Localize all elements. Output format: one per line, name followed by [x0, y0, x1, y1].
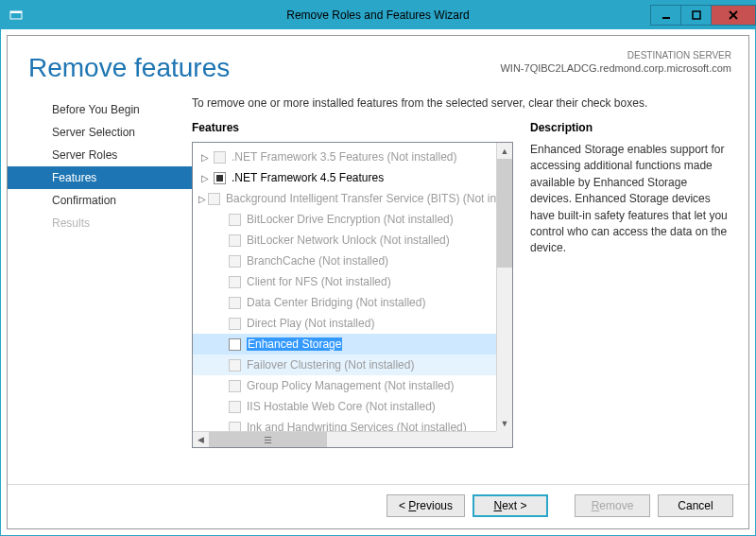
feature-label: BitLocker Drive Encryption (Not installe… [247, 213, 454, 226]
feature-checkbox [229, 255, 241, 268]
wizard-nav: Before You BeginServer SelectionServer R… [8, 96, 192, 484]
feature-label: .NET Framework 4.5 Features [232, 171, 384, 184]
titlebar: Remove Roles and Features Wizard [1, 1, 755, 29]
features-scroll: ▷.NET Framework 3.5 Features (Not instal… [193, 143, 512, 447]
feature-label: BitLocker Network Unlock (Not installed) [247, 233, 450, 247]
scroll-corner [496, 431, 512, 447]
feature-label: .NET Framework 3.5 Features (Not install… [232, 150, 457, 164]
nav-item-before-you-begin[interactable]: Before You Begin [8, 98, 192, 121]
expander-icon[interactable]: ▷ [198, 152, 212, 163]
feature-label: Failover Clustering (Not installed) [247, 358, 414, 372]
page-title: Remove features [28, 53, 230, 83]
previous-button[interactable]: < Previous [387, 494, 465, 517]
scroll-left-icon[interactable]: ◀ [193, 432, 209, 447]
body-row: Before You BeginServer SelectionServer R… [8, 83, 748, 484]
feature-row[interactable]: BitLocker Network Unlock (Not installed) [193, 230, 512, 251]
svg-rect-3 [693, 11, 700, 19]
feature-checkbox [214, 151, 226, 164]
feature-checkbox [229, 359, 241, 372]
maximize-button[interactable] [680, 5, 712, 26]
feature-label: Direct Play (Not installed) [247, 317, 374, 330]
feature-row[interactable]: BitLocker Drive Encryption (Not installe… [193, 209, 512, 230]
feature-label: Enhanced Storage [247, 337, 342, 351]
hscroll-thumb[interactable]: ☰ [209, 432, 327, 447]
feature-checkbox[interactable] [214, 172, 226, 184]
nav-item-features[interactable]: Features [8, 166, 192, 189]
features-heading: Features [192, 121, 513, 134]
feature-label: IIS Hostable Web Core (Not installed) [247, 400, 436, 413]
vertical-scrollbar[interactable]: ▲ ▼ [496, 143, 512, 431]
feature-row[interactable]: ▷.NET Framework 3.5 Features (Not instal… [193, 147, 512, 167]
feature-checkbox [229, 297, 241, 309]
feature-label: Group Policy Management (Not installed) [247, 379, 454, 392]
feature-checkbox [208, 193, 220, 205]
feature-row[interactable]: IIS Hostable Web Core (Not installed) [193, 396, 512, 417]
vscroll-thumb[interactable] [497, 159, 512, 268]
feature-checkbox [229, 318, 241, 330]
description-text: Enhanced Storage enables support for acc… [530, 142, 731, 257]
next-button[interactable]: Next > [472, 494, 548, 517]
features-listbox[interactable]: ▷.NET Framework 3.5 Features (Not instal… [192, 142, 513, 448]
wizard-window: Remove Roles and Features Wizard Remove … [0, 0, 756, 536]
nav-item-server-roles[interactable]: Server Roles [8, 144, 192, 166]
description-heading: Description [530, 121, 731, 134]
feature-row[interactable]: Failover Clustering (Not installed) [193, 354, 512, 375]
feature-row[interactable]: ▷.NET Framework 4.5 Features [193, 167, 512, 188]
feature-row[interactable]: BranchCache (Not installed) [193, 251, 512, 271]
expander-icon[interactable]: ▷ [198, 173, 212, 183]
feature-label: BranchCache (Not installed) [247, 254, 388, 268]
feature-row[interactable]: Direct Play (Not installed) [193, 313, 512, 334]
content-panel: Remove features DESTINATION SERVER WIN-7… [7, 35, 749, 529]
main-panel: To remove one or more installed features… [192, 96, 731, 484]
feature-row[interactable]: Data Center Bridging (Not installed) [193, 292, 512, 313]
scroll-up-icon[interactable]: ▲ [497, 143, 512, 159]
cancel-button[interactable]: Cancel [658, 494, 733, 517]
expander-icon[interactable]: ▷ [198, 194, 206, 204]
feature-row[interactable]: ▷Background Intelligent Transfer Service… [193, 188, 512, 209]
nav-item-results: Results [8, 212, 192, 234]
feature-label: Data Center Bridging (Not installed) [247, 296, 425, 309]
feature-checkbox [229, 276, 241, 288]
feature-checkbox [229, 380, 241, 392]
feature-checkbox [229, 214, 241, 226]
close-button[interactable] [711, 5, 756, 26]
feature-label: Background Intelligent Transfer Service … [226, 192, 512, 205]
description-column: Description Enhanced Storage enables sup… [530, 121, 731, 484]
feature-checkbox [229, 401, 241, 413]
columns: Features ▷.NET Framework 3.5 Features (N… [192, 121, 731, 484]
destination-label: DESTINATION SERVER [500, 49, 731, 61]
feature-row[interactable]: Enhanced Storage [193, 334, 512, 354]
scroll-down-icon[interactable]: ▼ [497, 415, 512, 431]
horizontal-scrollbar[interactable]: ◀ ☰ ▶ [193, 431, 512, 447]
feature-row[interactable]: Client for NFS (Not installed) [193, 271, 512, 292]
destination-server: WIN-7QIBC2LADCG.redmond.corp.microsoft.c… [500, 61, 731, 75]
feature-checkbox[interactable] [229, 338, 241, 351]
nav-item-confirmation[interactable]: Confirmation [8, 189, 192, 212]
features-column: Features ▷.NET Framework 3.5 Features (N… [192, 121, 513, 484]
nav-item-server-selection[interactable]: Server Selection [8, 121, 192, 144]
feature-row[interactable]: Group Policy Management (Not installed) [193, 375, 512, 396]
window-title: Remove Roles and Features Wizard [1, 9, 755, 22]
header-row: Remove features DESTINATION SERVER WIN-7… [8, 36, 748, 83]
titlebar-buttons [650, 5, 755, 26]
instruction-text: To remove one or more installed features… [192, 96, 731, 110]
remove-button: Remove [575, 494, 650, 517]
destination-block: DESTINATION SERVER WIN-7QIBC2LADCG.redmo… [500, 49, 731, 75]
feature-checkbox [229, 234, 241, 247]
minimize-button[interactable] [650, 5, 681, 26]
footer: < Previous Next > Remove Cancel [8, 484, 748, 528]
feature-label: Client for NFS (Not installed) [247, 275, 391, 288]
